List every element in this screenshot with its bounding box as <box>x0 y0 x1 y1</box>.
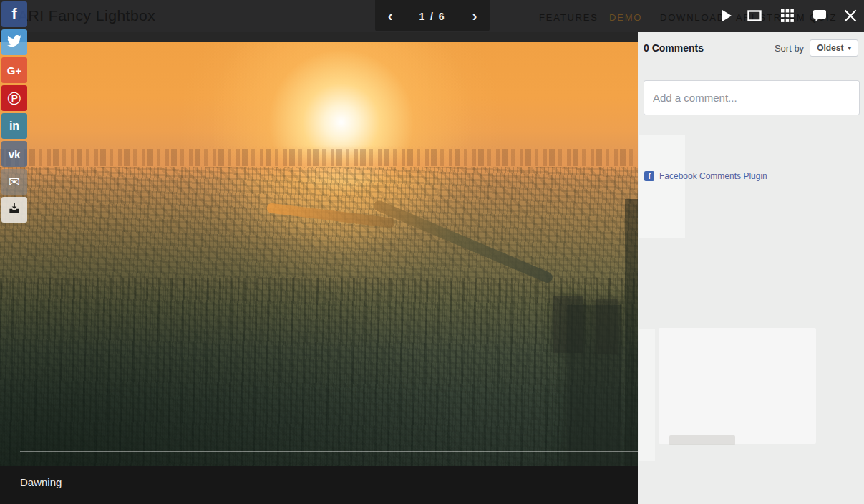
vk-icon: vk <box>9 148 21 160</box>
facebook-icon: f <box>11 5 16 24</box>
share-email-button[interactable]: ✉ <box>1 169 27 195</box>
image-thin-line <box>20 451 638 452</box>
site-header: ARI Fancy Lightbox ‹ 1 / 6 › FEATURES DE… <box>0 0 864 32</box>
comments-header: 0 Comments Sort by Oldest ▾ <box>644 39 858 57</box>
comments-count: 0 Comments <box>644 42 704 54</box>
ghost-text <box>669 435 735 445</box>
share-vk-button[interactable]: vk <box>1 141 27 167</box>
facebook-plugin-link[interactable]: f Facebook Comments Plugin <box>644 171 767 181</box>
add-comment-input[interactable] <box>644 80 860 115</box>
next-slide-button[interactable]: › <box>462 0 487 32</box>
caption-bar: Dawning <box>0 466 638 504</box>
sort-order-dropdown[interactable]: Oldest ▾ <box>810 39 858 57</box>
image-vignette <box>0 42 638 466</box>
share-twitter-button[interactable] <box>1 29 27 55</box>
site-title: ARI Fancy Lightbox <box>18 7 155 24</box>
social-share-bar: f G+ ℗ in vk ✉ <box>1 1 27 225</box>
facebook-badge-icon: f <box>644 171 654 181</box>
share-google-plus-button[interactable]: G+ <box>1 57 27 83</box>
comments-panel: 0 Comments Sort by Oldest ▾ f Facebook C… <box>638 32 864 504</box>
ghost-thumbnail-small <box>639 329 655 461</box>
slide-navigation: ‹ 1 / 6 › <box>375 0 490 32</box>
share-facebook-button[interactable]: f <box>1 1 27 27</box>
lightbox-overlay: ARI Fancy Lightbox ‹ 1 / 6 › FEATURES DE… <box>0 0 864 504</box>
lightbox-image[interactable] <box>0 42 638 466</box>
thumbnails-grid-icon[interactable] <box>780 9 795 23</box>
fullscreen-icon[interactable] <box>747 9 762 23</box>
share-linkedin-button[interactable]: in <box>1 113 27 139</box>
ghost-background-strip <box>639 135 685 238</box>
menu-item-features[interactable]: FEATURES <box>539 12 598 23</box>
sort-by-label: Sort by <box>775 43 804 54</box>
google-plus-icon: G+ <box>7 64 21 77</box>
sort-order-value: Oldest <box>817 43 843 53</box>
close-icon[interactable] <box>843 9 858 23</box>
ghost-thumbnail-large <box>659 328 816 444</box>
menu-item-demo[interactable]: DEMO <box>609 12 642 23</box>
chevron-down-icon: ▾ <box>848 44 851 52</box>
download-icon <box>7 201 21 218</box>
facebook-plugin-label: Facebook Comments Plugin <box>659 171 767 181</box>
menu-item-download[interactable]: DOWNLOAD <box>660 12 725 23</box>
email-icon: ✉ <box>9 174 20 190</box>
twitter-icon <box>7 34 21 51</box>
comments-toggle-icon[interactable] <box>812 9 827 23</box>
share-pinterest-button[interactable]: ℗ <box>1 85 27 111</box>
image-caption: Dawning <box>20 476 62 488</box>
download-image-button[interactable] <box>1 197 27 223</box>
pinterest-icon: ℗ <box>8 88 21 109</box>
slideshow-play-icon[interactable] <box>719 9 734 23</box>
linkedin-icon: in <box>9 120 19 132</box>
